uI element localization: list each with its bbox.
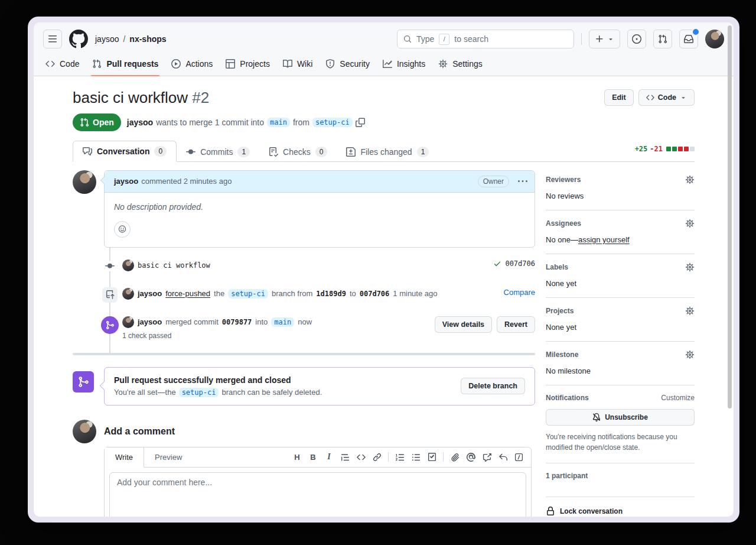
ordered-list-icon[interactable] (392, 449, 408, 465)
toolbar-divider (388, 452, 389, 462)
section-title: Assignees (546, 219, 581, 228)
hamburger-menu-button[interactable] (43, 30, 62, 48)
attach-file-icon[interactable] (447, 449, 462, 465)
old-sha[interactable]: 1d189d9 (316, 290, 346, 298)
search-input[interactable]: Type / to search (397, 30, 574, 48)
tab-preview[interactable]: Preview (144, 447, 193, 467)
commit-sha[interactable]: 007d706 (505, 259, 535, 268)
commit-author-avatar[interactable] (122, 259, 134, 271)
scrollbar-thumb[interactable] (728, 25, 732, 408)
saved-replies-icon[interactable] (495, 449, 510, 465)
comment-author-avatar[interactable] (73, 170, 96, 194)
head-branch-chip[interactable]: setup-ci (179, 388, 219, 397)
unsubscribe-button[interactable]: Unsubscribe (546, 409, 695, 426)
nav-item-wiki[interactable]: Wiki (278, 54, 317, 76)
app-header: jaysoo / nx-shops Type / to search (34, 22, 734, 76)
assign-yourself-link[interactable]: assign yourself (578, 235, 630, 244)
comment-meta[interactable]: commented 2 minutes ago (141, 177, 232, 186)
breadcrumb-owner[interactable]: jaysoo (95, 34, 119, 44)
event-author[interactable]: jaysoo (138, 289, 162, 298)
breadcrumb-repo[interactable]: nx-shops (129, 34, 166, 44)
github-app: jaysoo / nx-shops Type / to search (34, 22, 734, 517)
nav-item-insights[interactable]: Insights (378, 54, 430, 76)
issues-button[interactable] (627, 30, 646, 48)
tab-write[interactable]: Write (105, 447, 144, 468)
inbox-button[interactable] (679, 30, 698, 48)
event-author-avatar[interactable] (122, 316, 134, 328)
revert-button[interactable]: Revert (497, 316, 535, 333)
projects-value: None yet (546, 323, 695, 332)
current-user-avatar[interactable] (73, 420, 96, 443)
nav-item-pull-requests[interactable]: Pull requests (87, 54, 163, 76)
task-list-icon[interactable] (424, 449, 439, 465)
search-placeholder-type: Type (416, 34, 434, 44)
slash-commands-icon[interactable] (511, 449, 526, 465)
view-details-button[interactable]: View details (435, 316, 492, 333)
nav-item-actions[interactable]: Actions (167, 54, 217, 76)
heading-icon[interactable]: H (289, 449, 305, 465)
head-branch-chip[interactable]: setup-ci (228, 289, 268, 299)
section-title: Milestone (546, 351, 578, 359)
event-time[interactable]: now (298, 317, 312, 326)
code-dropdown-button[interactable]: Code (638, 89, 695, 106)
nav-item-projects[interactable]: Projects (221, 54, 275, 76)
from-word: from (293, 118, 309, 127)
code-icon (646, 93, 654, 102)
quote-icon[interactable] (337, 449, 353, 465)
git-commit-icon (105, 261, 115, 271)
tab-checks[interactable]: Checks 0 (259, 142, 337, 162)
gear-icon[interactable] (685, 350, 695, 359)
gear-icon[interactable] (685, 175, 695, 184)
nav-item-security[interactable]: Security (321, 54, 374, 76)
nav-item-code[interactable]: Code (41, 54, 84, 76)
pr-author-link[interactable]: jaysoo (127, 118, 153, 127)
nav-item-settings[interactable]: Settings (434, 54, 487, 76)
edit-button[interactable]: Edit (604, 89, 634, 106)
commit-status-and-sha[interactable]: 007d706 (493, 259, 535, 268)
base-branch-chip[interactable]: main (267, 118, 290, 127)
shield-icon (325, 59, 335, 69)
add-reaction-button[interactable] (114, 221, 131, 238)
status-badge-open: Open (73, 113, 121, 131)
gear-icon[interactable] (685, 262, 695, 272)
event-time[interactable]: 1 minute ago (393, 289, 437, 298)
new-sha[interactable]: 007d706 (360, 290, 390, 298)
customize-link[interactable]: Customize (661, 394, 695, 402)
bold-icon[interactable]: B (305, 449, 321, 465)
base-branch-chip[interactable]: main (271, 317, 294, 327)
mention-icon[interactable] (463, 449, 478, 465)
tab-files-changed[interactable]: Files changed 1 (337, 142, 438, 162)
search-placeholder-rest: to search (454, 34, 488, 44)
head-branch-chip[interactable]: setup-ci (312, 118, 353, 127)
code-icon[interactable] (353, 449, 369, 465)
comment-author[interactable]: jaysoo (114, 177, 138, 186)
state-change-divider (73, 353, 535, 355)
event-author-avatar[interactable] (122, 288, 134, 300)
create-new-button[interactable] (589, 30, 620, 48)
tab-conversation[interactable]: Conversation 0 (73, 141, 177, 162)
kebab-menu-icon[interactable] (518, 177, 527, 186)
cross-reference-icon[interactable] (479, 449, 494, 465)
commit-message[interactable]: basic ci workflow (138, 261, 210, 270)
delete-branch-button[interactable]: Delete branch (461, 378, 525, 394)
merged-sha[interactable]: 0079877 (222, 318, 252, 326)
tab-commits[interactable]: Commits 1 (177, 142, 259, 162)
link-icon[interactable] (369, 449, 384, 465)
comment-textarea[interactable] (109, 472, 526, 517)
unordered-list-icon[interactable] (408, 449, 423, 465)
compare-link[interactable]: Compare (504, 288, 535, 297)
force-pushed-link[interactable]: force-pushed (165, 289, 210, 298)
github-logo-icon[interactable] (69, 30, 88, 48)
check-passed-note[interactable]: 1 check passed (122, 332, 312, 340)
gear-icon[interactable] (685, 219, 695, 228)
copy-icon[interactable] (356, 118, 365, 127)
pull-requests-button[interactable] (653, 30, 672, 48)
lock-conversation-button[interactable]: Lock conversation (546, 497, 695, 517)
italic-icon[interactable]: I (321, 449, 337, 465)
event-author[interactable]: jaysoo (138, 317, 162, 326)
check-icon (493, 259, 501, 268)
user-avatar[interactable] (705, 30, 724, 48)
milestone-value: No milestone (546, 366, 695, 375)
gear-icon[interactable] (685, 306, 695, 316)
diff-block (684, 147, 689, 151)
